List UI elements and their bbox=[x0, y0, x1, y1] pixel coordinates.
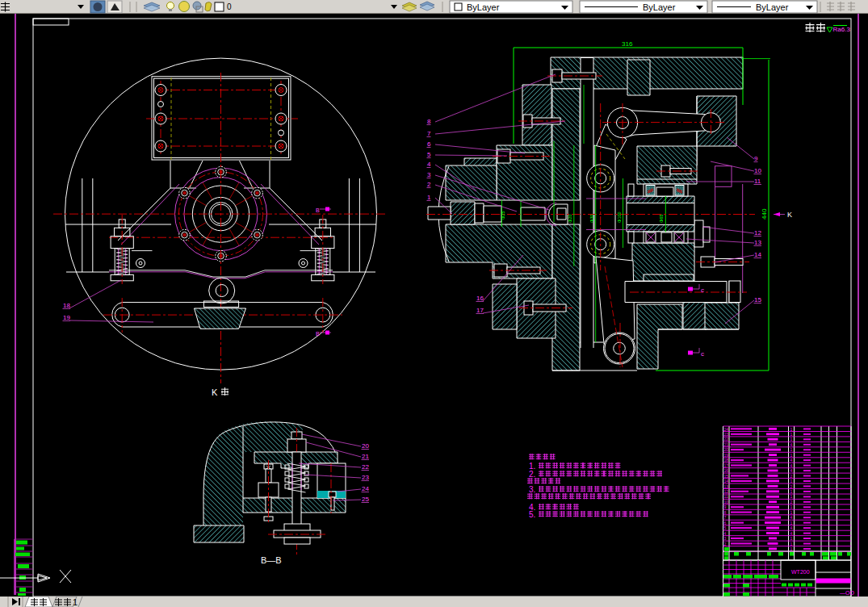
svg-text:0: 0 bbox=[227, 2, 232, 11]
svg-text:6: 6 bbox=[724, 521, 727, 525]
svg-text:4: 4 bbox=[724, 531, 727, 536]
svg-text:Φ30: Φ30 bbox=[589, 214, 594, 223]
svg-text:19: 19 bbox=[724, 453, 729, 458]
svg-text:ByLayer: ByLayer bbox=[643, 2, 676, 12]
svg-text:7: 7 bbox=[724, 515, 727, 520]
svg-text:10: 10 bbox=[754, 167, 761, 174]
svg-text:1: 1 bbox=[790, 521, 793, 525]
svg-text:22: 22 bbox=[724, 437, 729, 442]
svg-text:17: 17 bbox=[476, 307, 484, 314]
svg-text:Ra6.3: Ra6.3 bbox=[833, 26, 851, 33]
svg-text:1: 1 bbox=[790, 510, 793, 515]
svg-text:1: 1 bbox=[790, 427, 793, 432]
svg-text:B: B bbox=[316, 331, 320, 337]
svg-text:3: 3 bbox=[427, 171, 431, 178]
svg-text:1: 1 bbox=[73, 597, 78, 607]
svg-text:4: 4 bbox=[790, 515, 793, 520]
svg-text:17: 17 bbox=[724, 463, 729, 468]
svg-text:16: 16 bbox=[724, 468, 729, 473]
svg-text:1: 1 bbox=[790, 447, 793, 452]
svg-text:2.: 2. bbox=[529, 470, 535, 479]
svg-text:Φ65: Φ65 bbox=[659, 214, 664, 223]
svg-text:K: K bbox=[787, 211, 792, 219]
svg-text:4: 4 bbox=[427, 161, 431, 168]
svg-text:2: 2 bbox=[790, 474, 793, 479]
svg-text:WT200: WT200 bbox=[791, 569, 810, 575]
svg-text:7: 7 bbox=[427, 130, 431, 137]
svg-text:1: 1 bbox=[790, 489, 793, 494]
svg-text:B—B: B—B bbox=[261, 555, 282, 565]
svg-text:3: 3 bbox=[724, 536, 727, 541]
svg-text:8: 8 bbox=[427, 118, 431, 125]
svg-text:c: c bbox=[701, 350, 704, 358]
svg-text:1: 1 bbox=[790, 542, 793, 546]
svg-text:10: 10 bbox=[724, 500, 729, 504]
svg-text:4: 4 bbox=[790, 463, 793, 468]
svg-text:—OO: —OO bbox=[840, 590, 854, 596]
svg-text:13: 13 bbox=[724, 484, 729, 489]
svg-text:4: 4 bbox=[790, 531, 793, 536]
svg-text:13: 13 bbox=[754, 239, 761, 246]
svg-text:B: B bbox=[316, 207, 320, 213]
svg-text:5: 5 bbox=[724, 525, 727, 530]
svg-text:2: 2 bbox=[427, 181, 431, 188]
svg-text:1: 1 bbox=[427, 194, 431, 201]
svg-text:11: 11 bbox=[724, 494, 728, 499]
svg-text:Φ20: Φ20 bbox=[568, 214, 572, 223]
svg-text:20: 20 bbox=[362, 442, 369, 450]
svg-text:24: 24 bbox=[362, 485, 369, 492]
svg-text:c: c bbox=[701, 287, 704, 294]
svg-text:4: 4 bbox=[790, 458, 793, 463]
svg-text:24: 24 bbox=[724, 427, 729, 432]
svg-text:9: 9 bbox=[754, 155, 758, 162]
svg-text:4: 4 bbox=[790, 525, 793, 530]
svg-text:2: 2 bbox=[790, 484, 793, 489]
svg-text:19: 19 bbox=[63, 314, 70, 321]
svg-text:15: 15 bbox=[754, 296, 761, 304]
svg-text:3.: 3. bbox=[529, 485, 535, 494]
svg-text:1: 1 bbox=[790, 432, 793, 437]
svg-text:ByLayer: ByLayer bbox=[756, 2, 789, 12]
svg-text:5: 5 bbox=[427, 151, 431, 158]
svg-text:25: 25 bbox=[362, 496, 369, 503]
svg-text:1: 1 bbox=[790, 453, 793, 458]
svg-text:4: 4 bbox=[790, 468, 793, 473]
svg-text:1: 1 bbox=[790, 437, 793, 442]
svg-text:14: 14 bbox=[754, 251, 761, 258]
svg-text:316: 316 bbox=[622, 40, 633, 48]
svg-text:23: 23 bbox=[724, 432, 729, 437]
svg-text:9: 9 bbox=[724, 504, 727, 509]
svg-text:20: 20 bbox=[724, 447, 729, 452]
svg-text:ByLayer: ByLayer bbox=[467, 2, 500, 12]
svg-text:18: 18 bbox=[63, 302, 70, 309]
svg-text:12: 12 bbox=[724, 489, 729, 494]
svg-text:1: 1 bbox=[790, 546, 793, 551]
svg-text:23: 23 bbox=[362, 474, 369, 481]
svg-text:12: 12 bbox=[754, 229, 761, 237]
svg-text:1: 1 bbox=[790, 536, 793, 541]
svg-text:22: 22 bbox=[362, 463, 369, 471]
svg-text:21: 21 bbox=[724, 442, 729, 447]
svg-text:1: 1 bbox=[790, 504, 793, 509]
svg-text:14: 14 bbox=[724, 479, 729, 484]
svg-text:Φ25: Φ25 bbox=[501, 211, 505, 220]
svg-text:1: 1 bbox=[790, 494, 793, 499]
svg-text:2: 2 bbox=[724, 542, 727, 546]
svg-text:Φ100: Φ100 bbox=[617, 211, 622, 223]
svg-text:1: 1 bbox=[790, 479, 793, 484]
svg-text:16: 16 bbox=[476, 295, 484, 302]
svg-text:4: 4 bbox=[790, 442, 793, 447]
svg-text:6: 6 bbox=[427, 140, 431, 148]
svg-text:11: 11 bbox=[754, 178, 761, 185]
svg-text:15: 15 bbox=[724, 474, 729, 479]
svg-text:5.: 5. bbox=[529, 510, 535, 519]
svg-text:2: 2 bbox=[790, 500, 793, 504]
svg-text:8: 8 bbox=[724, 510, 727, 515]
svg-text:440: 440 bbox=[761, 208, 768, 220]
svg-text:18: 18 bbox=[724, 458, 729, 463]
svg-text:K: K bbox=[212, 387, 218, 397]
svg-text:21: 21 bbox=[362, 453, 369, 460]
